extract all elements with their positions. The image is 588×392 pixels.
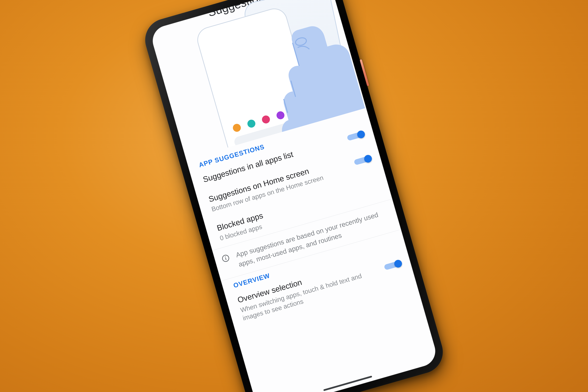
- hero-dot: [246, 119, 256, 128]
- hero-dot: [232, 123, 242, 133]
- svg-point-6: [225, 256, 226, 258]
- toggle-overview-selection[interactable]: [383, 258, 403, 272]
- screen: Suggestions: [149, 0, 439, 392]
- settings-list: APP SUGGESTIONS Suggestions in all apps …: [186, 109, 439, 392]
- power-button[interactable]: [360, 59, 369, 86]
- svg-rect-5: [225, 258, 226, 260]
- toggle-suggestions-all-apps[interactable]: [346, 129, 366, 142]
- toggle-suggestions-home[interactable]: [353, 154, 373, 167]
- phone-frame: Suggestions: [140, 0, 448, 392]
- info-icon: [218, 252, 232, 264]
